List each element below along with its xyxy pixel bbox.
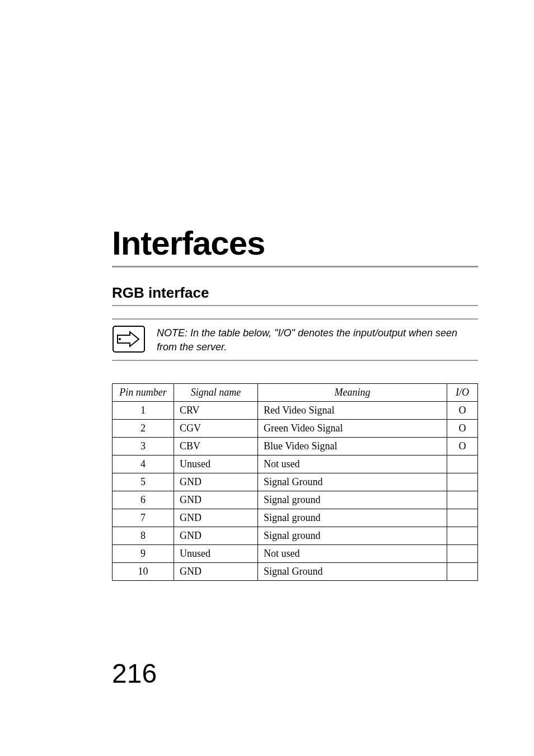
note-text: NOTE: In the table below, "I/O" denotes … xyxy=(157,325,478,354)
cell-meaning: Signal ground xyxy=(258,527,447,545)
cell-io xyxy=(447,491,478,509)
cell-io xyxy=(447,456,478,473)
cell-meaning: Blue Video Signal xyxy=(258,438,447,456)
section-heading: RGB interface xyxy=(112,284,478,302)
cell-pin: 4 xyxy=(113,456,174,473)
cell-io: O xyxy=(447,402,478,420)
pinout-table: Pin number Signal name Meaning I/O 1 CRV… xyxy=(112,383,478,581)
cell-meaning: Signal Ground xyxy=(258,563,447,581)
cell-meaning: Not used xyxy=(258,456,447,473)
cell-pin: 5 xyxy=(113,473,174,491)
cell-io xyxy=(447,563,478,581)
table-row: 6 GND Signal ground xyxy=(113,491,478,509)
page-number: 216 xyxy=(112,658,157,689)
table-row: 4 Unused Not used xyxy=(113,456,478,473)
table-row: 8 GND Signal ground xyxy=(113,527,478,545)
title-divider xyxy=(112,266,478,267)
cell-meaning: Signal ground xyxy=(258,509,447,527)
cell-io xyxy=(447,545,478,563)
cell-pin: 10 xyxy=(113,563,174,581)
cell-pin: 9 xyxy=(113,545,174,563)
cell-signal: Unused xyxy=(174,456,258,473)
cell-pin: 8 xyxy=(113,527,174,545)
table-row: 7 GND Signal ground xyxy=(113,509,478,527)
cell-pin: 1 xyxy=(113,402,174,420)
cell-meaning: Signal ground xyxy=(258,491,447,509)
table-row: 10 GND Signal Ground xyxy=(113,563,478,581)
header-io: I/O xyxy=(447,384,478,402)
table-header-row: Pin number Signal name Meaning I/O xyxy=(113,384,478,402)
cell-pin: 7 xyxy=(113,509,174,527)
pointing-hand-icon xyxy=(112,325,146,353)
cell-io xyxy=(447,473,478,491)
cell-signal: CGV xyxy=(174,420,258,438)
cell-signal: GND xyxy=(174,527,258,545)
cell-meaning: Red Video Signal xyxy=(258,402,447,420)
cell-signal: Unused xyxy=(174,545,258,563)
cell-io xyxy=(447,527,478,545)
cell-signal: GND xyxy=(174,563,258,581)
note-box: NOTE: In the table below, "I/O" denotes … xyxy=(112,318,478,361)
table-row: 2 CGV Green Video Signal O xyxy=(113,420,478,438)
table-row: 3 CBV Blue Video Signal O xyxy=(113,438,478,456)
cell-io: O xyxy=(447,438,478,456)
header-pin-number: Pin number xyxy=(113,384,174,402)
cell-pin: 6 xyxy=(113,491,174,509)
table-row: 5 GND Signal Ground xyxy=(113,473,478,491)
cell-meaning: Not used xyxy=(258,545,447,563)
cell-io xyxy=(447,509,478,527)
header-meaning: Meaning xyxy=(258,384,447,402)
cell-signal: GND xyxy=(174,491,258,509)
cell-meaning: Green Video Signal xyxy=(258,420,447,438)
cell-signal: CRV xyxy=(174,402,258,420)
table-row: 1 CRV Red Video Signal O xyxy=(113,402,478,420)
cell-pin: 3 xyxy=(113,438,174,456)
cell-signal: GND xyxy=(174,509,258,527)
svg-point-1 xyxy=(119,338,121,340)
header-signal-name: Signal name xyxy=(174,384,258,402)
cell-meaning: Signal Ground xyxy=(258,473,447,491)
table-row: 9 Unused Not used xyxy=(113,545,478,563)
chapter-title: Interfaces xyxy=(112,224,478,262)
cell-signal: CBV xyxy=(174,438,258,456)
subtitle-divider xyxy=(112,305,478,306)
cell-io: O xyxy=(447,420,478,438)
cell-pin: 2 xyxy=(113,420,174,438)
cell-signal: GND xyxy=(174,473,258,491)
